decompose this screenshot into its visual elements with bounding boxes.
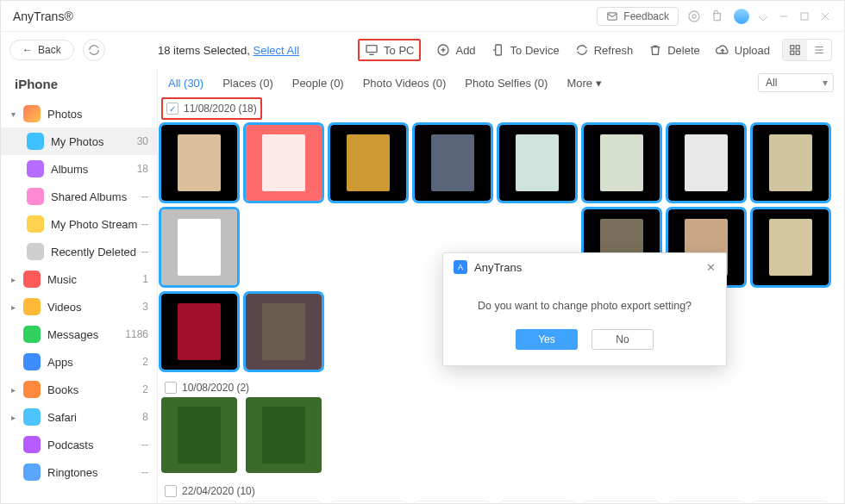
photo-thumbnail[interactable] bbox=[246, 397, 322, 473]
sidebar-item[interactable]: Recently Deleted-- bbox=[1, 238, 157, 265]
dialog-close-button[interactable]: ✕ bbox=[706, 261, 716, 274]
svg-line-3 bbox=[759, 16, 763, 21]
sidebar-item[interactable]: My Photos30 bbox=[1, 128, 157, 155]
sidebar-count: 2 bbox=[142, 383, 148, 395]
select-all-link[interactable]: Select All bbox=[254, 44, 299, 57]
brand: AnyTrans® bbox=[13, 9, 73, 23]
sidebar-item[interactable]: ▸Books2 bbox=[1, 376, 157, 403]
photo-thumbnail[interactable] bbox=[415, 125, 491, 201]
sidebar-count: -- bbox=[141, 466, 148, 478]
date-group-header[interactable]: 10/08/2020 (2) bbox=[161, 378, 837, 397]
filter-dropdown[interactable]: All bbox=[758, 73, 834, 92]
group-checkbox[interactable] bbox=[165, 485, 177, 497]
min-button[interactable] bbox=[756, 9, 770, 23]
photo-thumbnail[interactable]: Sign in bbox=[668, 501, 744, 503]
date-group-header[interactable]: 22/04/2020 (10) bbox=[161, 482, 837, 501]
photo-thumbnail[interactable]: ———————— ———————— bbox=[161, 501, 237, 503]
feedback-button[interactable]: Feedback bbox=[597, 7, 679, 26]
svg-rect-16 bbox=[796, 46, 799, 49]
dialog-message: Do you want to change photo export setti… bbox=[443, 281, 726, 322]
upload-button[interactable]: Upload bbox=[716, 43, 770, 57]
date-group-header[interactable]: 11/08/2020 (18) bbox=[161, 97, 262, 120]
tabs: All (30)Places (0)People (0)Photo Videos… bbox=[158, 68, 844, 96]
upload-label: Upload bbox=[735, 44, 770, 57]
group-checkbox[interactable] bbox=[165, 382, 177, 394]
sidebar-item[interactable]: Messages1186 bbox=[1, 320, 157, 348]
sidebar-item[interactable]: Podcasts-- bbox=[1, 431, 157, 458]
grid-view-button[interactable] bbox=[783, 40, 807, 60]
sidebar-item[interactable]: Albums18 bbox=[1, 155, 157, 183]
photo-thumbnail[interactable] bbox=[246, 125, 322, 201]
refresh-button[interactable]: Refresh bbox=[575, 43, 634, 57]
photo-thumbnail[interactable] bbox=[246, 294, 322, 370]
maximize-button[interactable] bbox=[798, 9, 811, 23]
tab[interactable]: All (30) bbox=[168, 77, 203, 90]
help-icon[interactable] bbox=[685, 8, 703, 25]
avatar[interactable] bbox=[734, 9, 749, 24]
sidebar-item[interactable]: ▸Safari8 bbox=[1, 403, 157, 431]
sidebar-label: Recently Deleted bbox=[51, 246, 136, 258]
refresh-icon bbox=[575, 43, 589, 57]
category-icon bbox=[27, 215, 44, 233]
thumbnail-grid: ———————— ———————————————— ————————Sign i… bbox=[161, 501, 837, 503]
close-button[interactable] bbox=[818, 9, 832, 23]
add-button[interactable]: Add bbox=[436, 43, 475, 57]
svg-rect-17 bbox=[791, 51, 794, 54]
refresh-label: Refresh bbox=[594, 44, 634, 57]
photo-thumbnail[interactable] bbox=[499, 501, 575, 503]
sidebar-count: 1 bbox=[142, 273, 148, 285]
photo-thumbnail[interactable] bbox=[499, 125, 575, 201]
tab[interactable]: More ▾ bbox=[566, 77, 601, 90]
photo-thumbnail[interactable] bbox=[330, 501, 406, 503]
photo-thumbnail[interactable] bbox=[753, 209, 829, 285]
photo-thumbnail[interactable] bbox=[584, 125, 660, 201]
sidebar-label: Videos bbox=[47, 301, 82, 314]
photo-thumbnail[interactable] bbox=[330, 125, 406, 201]
yes-highlight: Yes bbox=[516, 329, 578, 350]
chevron-icon: ▾ bbox=[11, 109, 20, 119]
export-setting-dialog: A AnyTrans ✕ Do you want to change photo… bbox=[442, 252, 727, 366]
sidebar-item[interactable]: My Photo Stream-- bbox=[1, 210, 157, 238]
sidebar-item[interactable]: ▾Photos bbox=[1, 100, 157, 128]
device-arrow-icon bbox=[491, 43, 505, 57]
app-logo-icon: A bbox=[454, 260, 467, 274]
back-button[interactable]: ← Back bbox=[9, 40, 74, 60]
photo-thumbnail[interactable] bbox=[415, 501, 491, 503]
toolbar: ← Back 18 items Selected, Select All To … bbox=[1, 32, 844, 68]
delete-button[interactable]: Delete bbox=[648, 43, 700, 57]
to-device-button[interactable]: To Device bbox=[491, 43, 560, 57]
dialog-yes-button[interactable]: Yes bbox=[516, 329, 578, 350]
sidebar-item[interactable]: Shared Albums-- bbox=[1, 183, 157, 210]
photo-thumbnail[interactable] bbox=[584, 501, 660, 503]
dialog-no-button[interactable]: No bbox=[592, 329, 654, 350]
svg-point-1 bbox=[689, 11, 699, 22]
to-pc-button[interactable]: To PC bbox=[358, 39, 421, 61]
photo-thumbnail[interactable] bbox=[668, 125, 744, 201]
tab[interactable]: Photo Videos (0) bbox=[363, 77, 447, 90]
tab[interactable]: People (0) bbox=[292, 77, 344, 90]
sidebar-label: Safari bbox=[47, 411, 77, 424]
tab[interactable]: Photo Selfies (0) bbox=[465, 77, 548, 90]
photo-thumbnail[interactable] bbox=[161, 125, 237, 201]
sidebar-item[interactable]: ▸Videos3 bbox=[1, 293, 157, 320]
tab[interactable]: Places (0) bbox=[222, 77, 273, 90]
sidebar-item[interactable]: Apps2 bbox=[1, 348, 157, 376]
reload-button[interactable] bbox=[83, 39, 105, 61]
cart-icon[interactable] bbox=[710, 8, 727, 25]
photo-thumbnail[interactable] bbox=[161, 397, 237, 473]
group-checkbox[interactable] bbox=[166, 103, 178, 115]
category-icon bbox=[23, 326, 41, 343]
sidebar-item[interactable]: Ringtones-- bbox=[1, 458, 157, 486]
photo-thumbnail[interactable] bbox=[753, 125, 829, 201]
category-icon bbox=[27, 160, 44, 177]
list-view-button[interactable] bbox=[807, 40, 831, 60]
sidebar-item[interactable]: ▸Music1 bbox=[1, 265, 157, 293]
photo-thumbnail[interactable]: ———————— ———————— bbox=[246, 501, 322, 503]
photo-thumbnail[interactable]: Sign in bbox=[753, 501, 829, 503]
minimize-button[interactable] bbox=[777, 9, 791, 23]
sidebar-count: -- bbox=[141, 190, 148, 202]
photo-thumbnail[interactable] bbox=[161, 294, 237, 370]
photo-thumbnail[interactable] bbox=[161, 209, 237, 285]
category-icon bbox=[27, 133, 44, 150]
sidebar-label: Messages bbox=[47, 328, 98, 341]
